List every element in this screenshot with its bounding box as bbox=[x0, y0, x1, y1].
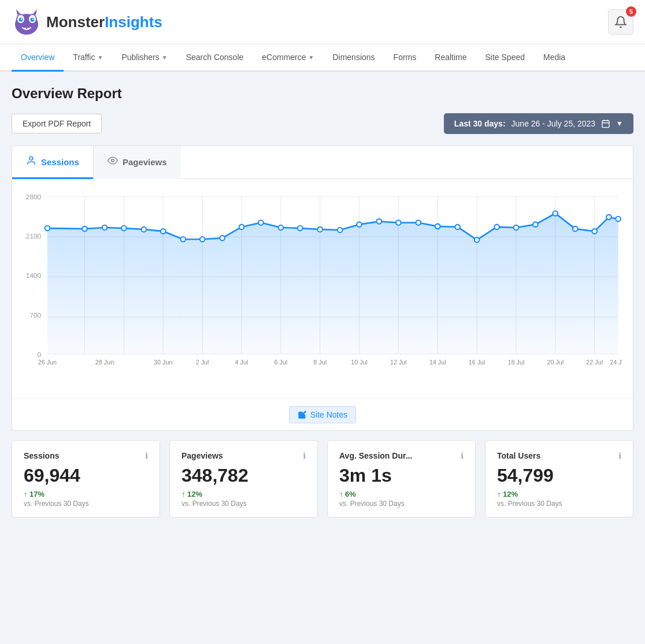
svg-point-68 bbox=[553, 211, 558, 216]
svg-rect-11 bbox=[24, 28, 26, 29]
date-range-label: Last 30 days: bbox=[454, 119, 506, 128]
svg-point-59 bbox=[377, 219, 382, 224]
site-notes-button[interactable]: Site Notes bbox=[289, 406, 357, 423]
eye-icon bbox=[108, 155, 118, 168]
logo-text: MonsterInsights bbox=[46, 13, 162, 31]
stat-sessions-label: Sessions bbox=[24, 451, 59, 460]
stat-pageviews-value: 348,782 bbox=[181, 465, 306, 486]
stat-card-pageviews: Pageviews ℹ 348,782 ↑ 12% vs. Previous 3… bbox=[169, 440, 318, 518]
svg-point-70 bbox=[592, 229, 597, 234]
svg-text:28 Jun: 28 Jun bbox=[95, 359, 114, 366]
stat-pageviews-vs: vs. Previous 30 Days bbox=[181, 500, 306, 508]
person-icon bbox=[26, 155, 36, 168]
svg-point-62 bbox=[435, 224, 440, 229]
date-range-button[interactable]: Last 30 days: June 26 - July 25, 2023 ▼ bbox=[444, 113, 633, 134]
svg-point-5 bbox=[19, 18, 23, 22]
stat-card-avg-session: Avg. Session Dur... ℹ 3m 1s ↑ 6% vs. Pre… bbox=[327, 440, 476, 518]
svg-point-46 bbox=[121, 226, 127, 231]
chart-area: 2800 2100 1400 700 0 bbox=[12, 179, 633, 399]
svg-point-7 bbox=[21, 18, 22, 20]
svg-text:2 Jul: 2 Jul bbox=[196, 359, 209, 366]
svg-text:16 Jul: 16 Jul bbox=[469, 359, 485, 366]
svg-text:4 Jul: 4 Jul bbox=[235, 359, 249, 366]
stat-avg-session-change: ↑ 6% bbox=[339, 490, 464, 498]
stat-total-users-label: Total Users bbox=[497, 451, 540, 460]
svg-point-55 bbox=[298, 226, 303, 231]
svg-point-47 bbox=[142, 227, 147, 232]
chevron-down-icon: ▼ bbox=[162, 54, 168, 61]
svg-point-63 bbox=[455, 225, 460, 230]
svg-rect-13 bbox=[602, 121, 609, 128]
eye-icon bbox=[108, 155, 118, 166]
user-icon bbox=[26, 155, 36, 166]
logo-area: MonsterInsights bbox=[12, 7, 162, 37]
monster-mascot-icon bbox=[12, 7, 42, 37]
svg-text:22 Jul: 22 Jul bbox=[586, 359, 603, 366]
stat-info-icon[interactable]: ℹ bbox=[303, 451, 306, 460]
svg-point-8 bbox=[32, 18, 34, 20]
date-range-value: June 26 - July 25, 2023 bbox=[511, 119, 596, 128]
page-title: Overview Report bbox=[12, 85, 633, 102]
svg-point-54 bbox=[279, 225, 284, 230]
svg-text:2100: 2100 bbox=[26, 232, 42, 240]
stat-pageviews-change: ↑ 12% bbox=[181, 490, 306, 498]
notification-badge: 5 bbox=[626, 6, 636, 17]
svg-point-6 bbox=[31, 18, 35, 22]
svg-point-58 bbox=[357, 222, 362, 227]
nav-item-site-speed[interactable]: Site Speed bbox=[476, 44, 535, 72]
nav-item-publishers[interactable]: Publishers ▼ bbox=[112, 44, 176, 72]
svg-point-64 bbox=[475, 237, 480, 243]
export-pdf-button[interactable]: Export PDF Report bbox=[12, 114, 102, 133]
logo-monster-text: Monster bbox=[46, 13, 105, 31]
nav-item-forms[interactable]: Forms bbox=[384, 44, 426, 72]
svg-text:10 Jul: 10 Jul bbox=[351, 359, 368, 366]
bell-icon bbox=[614, 16, 627, 28]
stat-sessions-value: 69,944 bbox=[24, 465, 148, 486]
main-nav: Overview Traffic ▼ Publishers ▼ Search C… bbox=[0, 44, 645, 72]
nav-item-overview[interactable]: Overview bbox=[12, 44, 64, 72]
stats-grid: Sessions ℹ 69,944 ↑ 17% vs. Previous 30 … bbox=[12, 440, 633, 518]
nav-item-media[interactable]: Media bbox=[534, 44, 574, 72]
toolbar: Export PDF Report Last 30 days: June 26 … bbox=[12, 113, 633, 134]
tab-pageviews-label: Pageviews bbox=[123, 157, 167, 167]
nav-item-search-console[interactable]: Search Console bbox=[177, 44, 253, 72]
chart-card: Sessions Pageviews 2800 2100 1400 700 bbox=[12, 146, 633, 431]
stat-header: Sessions ℹ bbox=[24, 451, 148, 460]
nav-item-realtime[interactable]: Realtime bbox=[425, 44, 476, 72]
tab-pageviews[interactable]: Pageviews bbox=[93, 146, 181, 179]
svg-text:2800: 2800 bbox=[26, 193, 42, 200]
stat-total-users-value: 54,799 bbox=[497, 465, 621, 486]
svg-point-18 bbox=[112, 159, 114, 162]
stat-header: Total Users ℹ bbox=[497, 451, 621, 460]
app-header: MonsterInsights 5 bbox=[0, 0, 645, 44]
nav-item-traffic[interactable]: Traffic ▼ bbox=[64, 44, 112, 72]
site-notes-label: Site Notes bbox=[310, 410, 348, 419]
stat-info-icon[interactable]: ℹ bbox=[461, 451, 464, 460]
svg-point-66 bbox=[514, 225, 519, 230]
chart-tabs: Sessions Pageviews bbox=[12, 146, 633, 179]
svg-text:6 Jul: 6 Jul bbox=[274, 359, 287, 366]
svg-point-60 bbox=[396, 220, 401, 225]
svg-text:18 Jul: 18 Jul bbox=[508, 359, 525, 366]
svg-text:12 Jul: 12 Jul bbox=[390, 359, 407, 366]
svg-text:30 Jun: 30 Jun bbox=[154, 359, 172, 366]
stat-header: Avg. Session Dur... ℹ bbox=[339, 451, 464, 460]
svg-point-17 bbox=[29, 157, 33, 160]
svg-rect-12 bbox=[27, 28, 29, 29]
svg-point-67 bbox=[533, 222, 538, 227]
stat-sessions-vs: vs. Previous 30 Days bbox=[24, 500, 148, 508]
stat-total-users-change: ↑ 12% bbox=[497, 490, 621, 498]
sessions-chart: 2800 2100 1400 700 0 bbox=[24, 191, 621, 375]
nav-item-dimensions[interactable]: Dimensions bbox=[323, 44, 384, 72]
chevron-down-icon: ▼ bbox=[97, 54, 103, 61]
svg-point-72 bbox=[616, 217, 621, 222]
svg-point-44 bbox=[82, 226, 87, 232]
stat-card-total-users: Total Users ℹ 54,799 ↑ 12% vs. Previous … bbox=[485, 440, 633, 518]
nav-item-ecommerce[interactable]: eCommerce ▼ bbox=[253, 44, 323, 72]
stat-info-icon[interactable]: ℹ bbox=[145, 451, 148, 460]
svg-point-57 bbox=[338, 228, 343, 233]
svg-text:14 Jul: 14 Jul bbox=[429, 359, 446, 366]
notification-bell-button[interactable]: 5 bbox=[608, 9, 633, 35]
tab-sessions[interactable]: Sessions bbox=[12, 146, 93, 179]
stat-info-icon[interactable]: ℹ bbox=[618, 451, 621, 460]
